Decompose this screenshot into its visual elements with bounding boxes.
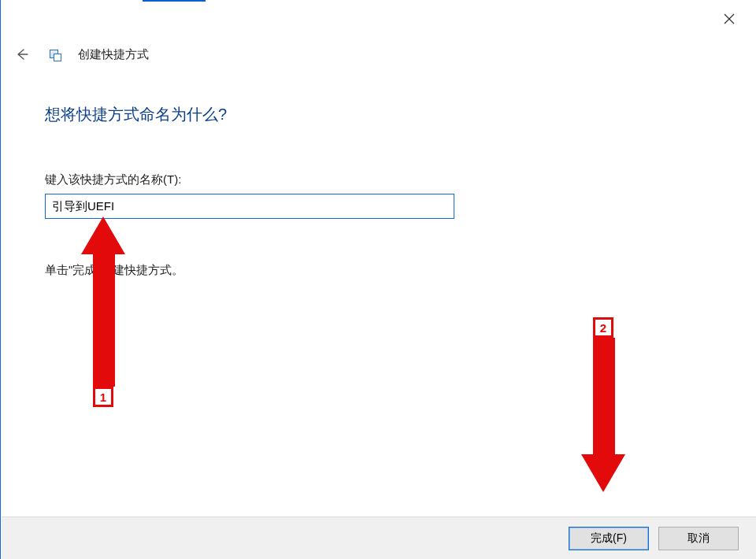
wizard-title: 创建快捷方式 (78, 47, 149, 62)
shortcut-name-input[interactable] (45, 194, 454, 219)
wizard-header: 创建快捷方式 (1, 30, 756, 63)
button-bar: 完成(F) 取消 (2, 516, 756, 559)
annotation-arrow-2: 2 (580, 317, 627, 491)
back-arrow-icon (15, 47, 29, 61)
top-line-decoration (143, 0, 206, 2)
name-label: 键入该快捷方式的名称(T): (45, 172, 712, 187)
close-icon (724, 13, 735, 24)
annotation-badge-2: 2 (593, 317, 613, 338)
page-headline: 想将快捷方式命名为什么? (45, 104, 712, 125)
content-area: 想将快捷方式命名为什么? 键入该快捷方式的名称(T): 单击"完成"创建快捷方式… (1, 63, 756, 278)
hint-text: 单击"完成"创建快捷方式。 (45, 263, 712, 278)
titlebar (1, 0, 756, 30)
cancel-button[interactable]: 取消 (658, 527, 739, 550)
finish-button[interactable]: 完成(F) (569, 527, 649, 550)
annotation-badge-1: 1 (93, 387, 113, 407)
close-button[interactable] (713, 8, 745, 30)
back-button[interactable] (13, 46, 31, 63)
shortcut-icon (48, 48, 61, 61)
